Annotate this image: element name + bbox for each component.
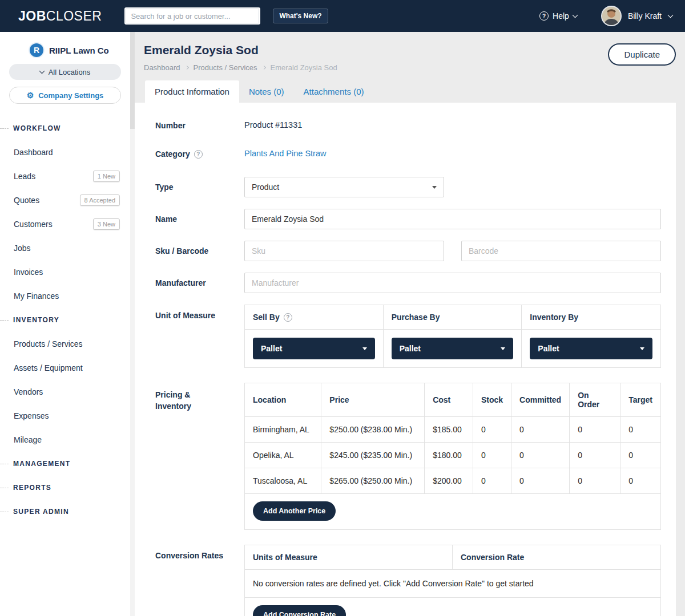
sidebar-scrollbar[interactable] — [130, 32, 135, 616]
nav-section-label: SUPER ADMIN — [13, 508, 69, 516]
sku-input[interactable] — [244, 241, 444, 261]
sidebar-item-customers[interactable]: Customers3 New — [0, 212, 130, 236]
target-cell: 0 — [620, 443, 660, 468]
col-committed: Committed — [511, 383, 570, 417]
sidebar-nav: WORKFLOW Dashboard Leads1 New Quotes8 Ac… — [0, 116, 130, 524]
user-name[interactable]: Billy Kraft — [628, 11, 662, 21]
sidebar-item-jobs[interactable]: Jobs — [0, 236, 130, 260]
nav-item-label: Leads — [14, 172, 35, 181]
page-title: Emerald Zoysia Sod — [144, 43, 337, 57]
sidebar-item-invoices[interactable]: Invoices — [0, 260, 130, 284]
nav-section-super-admin[interactable]: SUPER ADMIN — [0, 500, 130, 524]
price-cell: $245.00 ($235.00 Min.) — [321, 443, 425, 468]
inventory-by-header: Inventory By — [522, 305, 660, 330]
sell-by-help-icon[interactable]: ? — [284, 313, 292, 322]
location-selector[interactable]: All Locations — [9, 64, 121, 80]
nav-item-label: My Finances — [14, 291, 59, 301]
price-cell: $265.00 ($250.00 Min.) — [321, 468, 425, 494]
sidebar-item-dashboard[interactable]: Dashboard — [0, 140, 130, 164]
section-dash — [0, 320, 9, 321]
tab-product-information[interactable]: Product Information — [145, 80, 239, 103]
nav-section-inventory: INVENTORY — [0, 308, 130, 332]
nav-section-label: INVENTORY — [13, 316, 59, 324]
category-link[interactable]: Plants And Pine Straw — [244, 148, 661, 158]
category-label: Category — [155, 149, 190, 159]
quotes-badge: 8 Accepted — [80, 194, 120, 206]
purchase-by-select[interactable]: Pallet — [392, 338, 514, 359]
help-label: Help — [553, 11, 569, 21]
stock-cell: 0 — [473, 417, 511, 443]
tab-notes[interactable]: Notes (0) — [239, 80, 294, 103]
inventory-by-select[interactable]: Pallet — [530, 338, 652, 359]
company-logo: R — [30, 43, 43, 57]
sidebar-item-mileage[interactable]: Mileage — [0, 428, 130, 452]
sidebar-item-my-finances[interactable]: My Finances — [0, 284, 130, 308]
on-order-cell: 0 — [570, 417, 620, 443]
breadcrumb-dashboard[interactable]: Dashboard — [144, 63, 180, 72]
breadcrumb-products-services[interactable]: Products / Services — [194, 63, 257, 72]
category-row: Category ? Plants And Pine Straw — [155, 148, 661, 160]
col-location: Location — [245, 383, 321, 417]
name-input[interactable] — [244, 209, 661, 229]
name-label: Name — [155, 209, 244, 229]
stock-cell: 0 — [473, 468, 511, 494]
committed-cell: 0 — [511, 443, 570, 468]
location-link[interactable]: Tuscaloosa, AL — [245, 468, 321, 494]
chevron-down-icon[interactable] — [668, 12, 674, 18]
breadcrumb: Dashboard Products / Services Emerald Zo… — [144, 63, 337, 72]
sidebar-item-quotes[interactable]: Quotes8 Accepted — [0, 188, 130, 212]
chevron-down-icon — [501, 347, 505, 350]
add-another-price-button[interactable]: Add Another Price — [253, 501, 336, 521]
type-select-value: Product — [252, 183, 279, 192]
type-row: Type Product — [155, 177, 661, 197]
logo-light: CLOSER — [46, 9, 102, 23]
committed-cell: 0 — [511, 468, 570, 494]
sell-by-select[interactable]: Pallet — [253, 338, 375, 359]
location-link[interactable]: Birmingham, AL — [245, 417, 321, 443]
table-row: Birmingham, AL $250.00 ($238.00 Min.) $1… — [245, 417, 660, 443]
nav-item-label: Dashboard — [14, 148, 53, 157]
tab-attachments[interactable]: Attachments (0) — [294, 80, 374, 103]
logo-bold: JOB — [18, 9, 46, 23]
nav-section-management[interactable]: MANAGEMENT — [0, 452, 130, 476]
pricing-inventory-label: Pricing & Inventory — [155, 383, 208, 412]
on-order-cell: 0 — [570, 443, 620, 468]
whats-new-button[interactable]: What's New? — [273, 9, 328, 23]
sidebar-item-assets-equipment[interactable]: Assets / Equipment — [0, 356, 130, 380]
chevron-down-icon — [362, 347, 367, 350]
company-settings-button[interactable]: ⚙ Company Settings — [9, 87, 121, 104]
sell-by-header: Sell By — [253, 313, 280, 322]
topbar-right: ? Help Billy Kraft — [539, 6, 672, 26]
location-label: All Locations — [49, 68, 91, 76]
category-help-icon[interactable]: ? — [194, 150, 203, 159]
scrollbar-thumb[interactable] — [130, 32, 135, 129]
location-link[interactable]: Opelika, AL — [245, 443, 321, 468]
manufacturer-input[interactable] — [244, 273, 661, 293]
sidebar-item-leads[interactable]: Leads1 New — [0, 164, 130, 188]
section-dash — [0, 464, 9, 464]
avatar[interactable] — [601, 6, 622, 26]
help-menu[interactable]: ? Help — [539, 11, 577, 21]
gear-icon: ⚙ — [27, 91, 34, 99]
chevron-right-icon — [185, 66, 189, 70]
sidebar-item-vendors[interactable]: Vendors — [0, 380, 130, 404]
pricing-inventory-row: Pricing & Inventory Location Price Cost … — [155, 383, 661, 530]
target-cell: 0 — [620, 468, 660, 494]
sidebar-item-products-services[interactable]: Products / Services — [0, 332, 130, 356]
name-row: Name — [155, 209, 661, 229]
purchase-by-value: Pallet — [400, 344, 421, 353]
nav-item-label: Jobs — [14, 244, 31, 253]
pricing-table-box: Location Price Cost Stock Committed On O… — [244, 383, 661, 530]
nav-section-reports[interactable]: REPORTS — [0, 476, 130, 500]
duplicate-button[interactable]: Duplicate — [608, 43, 676, 66]
search-input[interactable] — [124, 7, 260, 25]
on-order-cell: 0 — [570, 468, 620, 494]
app-logo[interactable]: JOBCLOSER — [18, 9, 102, 24]
chevron-down-icon — [640, 347, 644, 350]
barcode-input[interactable] — [461, 241, 661, 261]
pricing-table: Location Price Cost Stock Committed On O… — [245, 383, 660, 494]
add-conversion-rate-button[interactable]: Add Conversion Rate — [253, 605, 346, 616]
sidebar-item-expenses[interactable]: Expenses — [0, 404, 130, 428]
type-select[interactable]: Product — [244, 177, 444, 197]
col-units-of-measure: Units of Measure — [245, 545, 453, 570]
